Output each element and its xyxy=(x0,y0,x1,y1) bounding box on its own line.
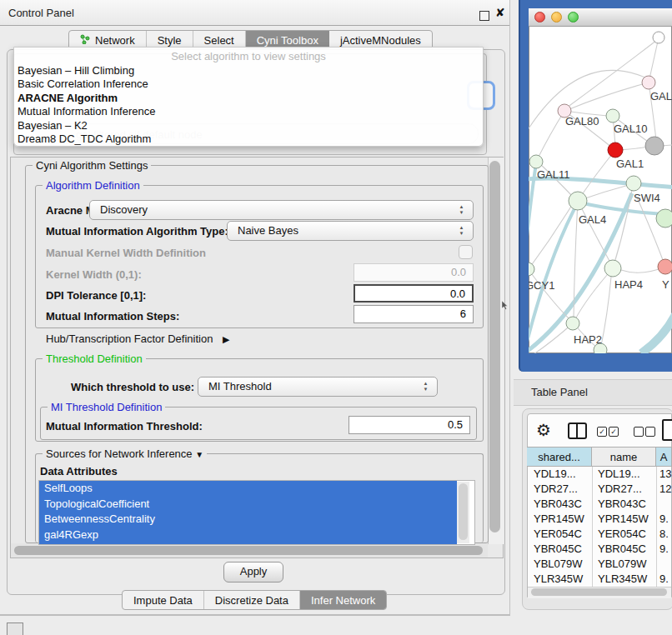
attributes-list-scrollbar-thumb[interactable] xyxy=(459,483,468,540)
table-cell: 12 xyxy=(656,482,672,497)
kernel-width-field[interactable]: 0.0 xyxy=(354,263,474,282)
close-icon[interactable]: ✘ xyxy=(495,6,505,19)
table-cell: YBR043C xyxy=(527,497,592,512)
network-canvas[interactable]: GAL GAL80 GAL10 GAL1 GAL11 SWI4 GAL4 GCY… xyxy=(529,27,672,353)
attribute-item-selected[interactable]: gal4RGexp xyxy=(39,528,457,543)
tab-infer-network[interactable]: Infer Network xyxy=(300,591,386,609)
table-row[interactable]: YBR045CYBR045C9. xyxy=(527,542,672,557)
document-icon[interactable] xyxy=(662,419,672,441)
node-gal1[interactable] xyxy=(608,142,623,158)
mi-steps-field[interactable]: 6 xyxy=(354,305,474,323)
hub-definition-expander[interactable]: Hub/Transcription Factor Definition ▶ xyxy=(46,332,229,345)
columns-icon[interactable] xyxy=(568,422,587,439)
expander-right-arrow-icon: ▶ xyxy=(223,334,229,345)
mi-steps-label: Mutual Information Steps: xyxy=(46,310,179,322)
node-gcy1[interactable] xyxy=(529,262,534,276)
table-cell: YDR27... xyxy=(527,482,592,497)
node-gal11[interactable] xyxy=(529,155,543,168)
table-row[interactable]: YDR27...YDR27...12 xyxy=(527,482,672,497)
table-row[interactable]: YBR043CYBR043C xyxy=(527,497,672,512)
node-label: GAL11 xyxy=(537,168,570,181)
table-row[interactable]: YER054CYER054C8. xyxy=(527,527,672,542)
table-cell: YER054C xyxy=(527,527,592,542)
horizontal-scrollbar-thumb[interactable] xyxy=(14,546,483,555)
network-window-titlebar[interactable] xyxy=(529,8,672,27)
column-header-shared-name[interactable]: shared... xyxy=(527,447,592,467)
apply-button[interactable]: Apply xyxy=(223,562,283,582)
node-label: HAP4 xyxy=(614,278,643,291)
tab-label: Network xyxy=(95,34,135,47)
table-cell: 9. xyxy=(656,512,672,527)
manual-kernel-label: Manual Kernel Width Definition xyxy=(46,247,206,259)
node-gal4[interactable] xyxy=(569,192,587,210)
table-cell: 9. xyxy=(656,572,672,587)
attribute-item-selected[interactable]: SelfLoops xyxy=(39,481,457,497)
column-header-clipped[interactable]: A xyxy=(656,447,672,467)
algorithm-option[interactable]: Basic Correlation Inference xyxy=(14,78,483,91)
minimize-traffic-light-icon[interactable] xyxy=(551,12,562,22)
aracne-mode-select[interactable]: Discovery ▲▼ xyxy=(89,200,474,220)
which-threshold-select[interactable]: MI Threshold ▲▼ xyxy=(198,377,438,397)
algorithm-list: Bayesian – Hill ClimbingBasic Correlatio… xyxy=(14,64,483,146)
manual-kernel-checkbox[interactable] xyxy=(459,245,473,259)
table-cell: YBR045C xyxy=(527,542,592,557)
checked-checkbox-icon[interactable]: ✓ xyxy=(597,427,607,437)
mi-threshold-field[interactable]: 0.5 xyxy=(349,416,470,434)
node-unlabeled[interactable] xyxy=(653,32,664,43)
node-label: GAL10 xyxy=(614,122,647,135)
control-panel-titlebar: Control Panel ✘ xyxy=(0,0,509,26)
node-swi4[interactable] xyxy=(626,176,641,191)
dropdown-prompt: Select algorithm to view settings xyxy=(14,48,483,64)
mi-type-label: Mutual Information Algorithm Type: xyxy=(46,225,228,238)
unchecked-checkbox-icon[interactable] xyxy=(634,427,644,437)
node-gal[interactable] xyxy=(642,76,655,89)
attribute-item-selected[interactable]: BetweennessCentrality xyxy=(39,512,457,528)
column-header-name[interactable]: name xyxy=(592,447,656,467)
algorithm-option[interactable]: Dream8 DC_TDC Algorithm xyxy=(14,132,483,146)
gear-icon[interactable]: ⚙ xyxy=(536,420,551,440)
attribute-item-selected[interactable]: TopologicalCoefficient xyxy=(39,497,457,512)
float-window-icon[interactable] xyxy=(479,11,489,21)
table-header-row: shared... name A xyxy=(527,447,672,467)
node-label: GAL1 xyxy=(616,158,644,170)
zoom-traffic-light-icon[interactable] xyxy=(568,12,579,22)
node-table: shared... name A YDL19...YDL19...13YDR27… xyxy=(527,447,672,588)
node-right-green[interactable] xyxy=(656,209,672,228)
table-horizontal-scrollbar-thumb[interactable] xyxy=(531,588,667,596)
application-window: Control Panel ✘ Network Style Select Cyn… xyxy=(0,0,672,635)
node-hap2[interactable] xyxy=(566,317,579,330)
algorithm-option[interactable]: Bayesian – K2 xyxy=(14,119,483,132)
control-panel: Control Panel ✘ Network Style Select Cyn… xyxy=(0,0,510,616)
node-gray[interactable] xyxy=(645,137,664,155)
vertical-scrollbar-thumb[interactable] xyxy=(489,161,500,532)
table-cell: YDL19... xyxy=(527,467,592,482)
algorithm-option[interactable]: Mutual Information Inference xyxy=(14,105,483,118)
checked-checkbox-icon[interactable]: ✓ xyxy=(609,427,619,437)
tab-discretize-data[interactable]: Discretize Data xyxy=(204,591,300,609)
node-label: GCY1 xyxy=(529,279,554,292)
close-traffic-light-icon[interactable] xyxy=(534,12,545,22)
algorithm-option[interactable]: ARACNE Algorithm xyxy=(14,92,483,105)
table-row[interactable]: YLR345WYLR345W9. xyxy=(527,572,672,587)
data-attributes-label: Data Attributes xyxy=(40,465,118,478)
table-row[interactable]: YDL19...YDL19...13 xyxy=(527,467,672,482)
data-attributes-list[interactable]: SelfLoopsTopologicalCoefficientBetweenne… xyxy=(38,480,475,545)
tab-impute-data[interactable]: Impute Data xyxy=(123,591,204,609)
algorithm-option[interactable]: Bayesian – Hill Climbing xyxy=(14,64,483,78)
dpi-tolerance-field[interactable]: 0.0 xyxy=(354,284,474,302)
unchecked-checkbox-icon[interactable] xyxy=(645,427,655,437)
node-salmon[interactable] xyxy=(658,259,672,274)
mi-type-select[interactable]: Naive Bayes ▲▼ xyxy=(227,221,474,241)
floating-panel-grip[interactable] xyxy=(7,622,23,635)
table-body: YDL19...YDL19...13YDR27...YDR27...12YBR0… xyxy=(527,467,672,588)
stepper-icon: ▲▼ xyxy=(458,204,465,216)
node-hap4[interactable] xyxy=(604,260,621,277)
which-threshold-label: Which threshold to use: xyxy=(71,381,194,393)
table-cell: 13 xyxy=(656,467,672,482)
node-gal10[interactable] xyxy=(606,109,619,122)
table-row[interactable]: YPR145WYPR145W9. xyxy=(527,512,672,527)
node-label: Y xyxy=(662,278,669,291)
node-label: GAL4 xyxy=(579,213,606,226)
table-row[interactable]: YBL079WYBL079W xyxy=(527,557,672,572)
attribute-item-partial[interactable] xyxy=(39,542,457,545)
